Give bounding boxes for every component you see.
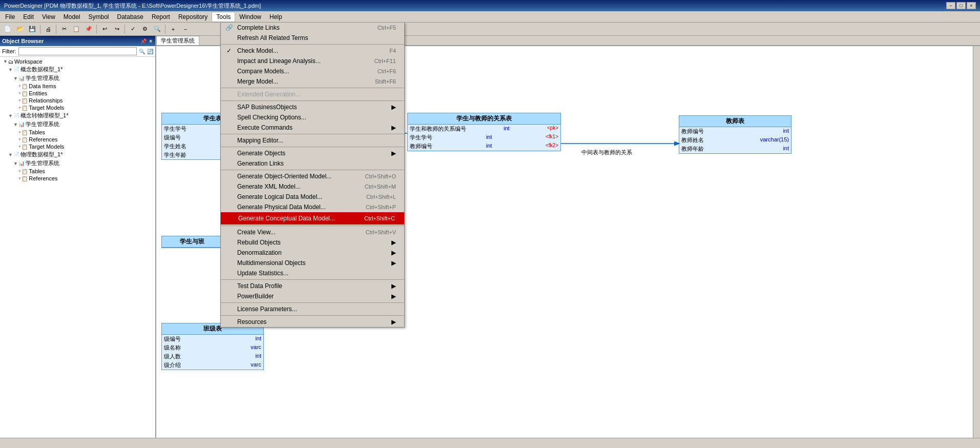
menu-mapping-editor[interactable]: Mapping Editor... bbox=[221, 135, 404, 146]
check-model-icon: ✓ bbox=[223, 47, 235, 54]
toolbar-cut[interactable]: ✂ bbox=[58, 24, 70, 35]
toolbar-new[interactable]: 📄 bbox=[2, 24, 13, 35]
menu-complete-links[interactable]: 🔗 Complete Links Ctrl+F5 bbox=[221, 23, 404, 33]
student-class-table[interactable]: 学生与班 bbox=[161, 236, 223, 248]
tree-concept-model[interactable]: ▼ 📄 概念数据模型_1* bbox=[1, 65, 154, 74]
menu-license-params[interactable]: License Parameters... bbox=[221, 304, 404, 314]
class-table[interactable]: 班级表 级编号int 级名称varc 级人数int 级介绍varc bbox=[161, 323, 264, 370]
toolbar-save[interactable]: 💾 bbox=[27, 24, 38, 35]
menu-multidim-objects[interactable]: Multidimensional Objects ▶ bbox=[221, 258, 404, 268]
toolbar-search[interactable]: 🔍 bbox=[152, 24, 163, 35]
menu-compare-models[interactable]: Compare Models... Ctrl+F6 bbox=[221, 66, 404, 76]
close-button[interactable]: × bbox=[967, 2, 976, 9]
tree-phys-references[interactable]: + 📋 References bbox=[1, 175, 154, 182]
menu-sap-bo[interactable]: SAP BusinessObjects ▶ bbox=[221, 102, 404, 112]
menu-file[interactable]: File bbox=[1, 12, 19, 22]
tree-phys-student-mgmt[interactable]: ▼ 📊 学生管理系统 bbox=[1, 159, 154, 168]
tools-menu: 🔗 Complete Links Ctrl+F5 Refresh All Rel… bbox=[220, 23, 405, 328]
titlebar: PowerDesigner [PDM 物理数据模型_1, 学生管理系统 - E:… bbox=[0, 0, 980, 11]
menu-model[interactable]: Model bbox=[59, 12, 85, 22]
object-browser: Object Browser 📌 × Filter: 🔍 🔄 ▼ 🗂 Works… bbox=[0, 36, 156, 438]
menu-database[interactable]: Database bbox=[113, 12, 148, 22]
menu-tools[interactable]: Tools bbox=[212, 12, 235, 22]
menu-gen-xml-model[interactable]: Generate XML Model... Ctrl+Shift+M bbox=[221, 181, 404, 192]
menu-refresh-terms[interactable]: Refresh All Related Terms bbox=[221, 33, 404, 43]
toolbar-sep3 bbox=[96, 25, 97, 34]
sep7 bbox=[221, 226, 404, 226]
toolbar-open[interactable]: 📂 bbox=[14, 24, 26, 35]
ob-filter-input[interactable] bbox=[18, 47, 137, 55]
menu-execute-commands[interactable]: Execute Commands ▶ bbox=[221, 123, 404, 133]
tree-target-models-1[interactable]: + 📋 Target Models bbox=[1, 104, 154, 111]
menu-create-view[interactable]: Create View... Ctrl+Shift+V bbox=[221, 227, 404, 237]
minimize-button[interactable]: − bbox=[946, 2, 955, 9]
tree-phys-model[interactable]: ▼ 📄 物理数据模型_1* bbox=[1, 150, 154, 159]
toolbar-copy[interactable]: 📋 bbox=[71, 24, 82, 35]
menu-check-model[interactable]: ✓ Check Model... F4 bbox=[221, 46, 404, 56]
toolbar-print[interactable]: 🖨 bbox=[43, 24, 54, 35]
maximize-button[interactable]: □ bbox=[956, 2, 966, 9]
menu-gen-conceptual[interactable]: Generate Conceptual Data Model... Ctrl+S… bbox=[221, 212, 404, 225]
toolbar-check[interactable]: ✓ bbox=[127, 24, 138, 35]
tree-c2p-student-mgmt[interactable]: ▼ 📊 学生管理系统 bbox=[1, 120, 154, 129]
ob-filter-clear[interactable]: 🔍 bbox=[139, 49, 145, 54]
toolbar-gen[interactable]: ⚙ bbox=[139, 24, 151, 35]
teacher-table[interactable]: 教师表 教师编号int 教师姓名varchar(15) 教师年龄int bbox=[679, 115, 791, 154]
menu-edit[interactable]: Edit bbox=[19, 12, 38, 22]
menu-impact-lineage[interactable]: Impact and Lineage Analysis... Ctrl+F11 bbox=[221, 56, 404, 66]
tree-phys-tables[interactable]: + 📋 Tables bbox=[1, 168, 154, 175]
canvas-tab-student-mgmt[interactable]: 学生管理系统 bbox=[156, 36, 199, 45]
toolbar-sep1 bbox=[40, 25, 40, 34]
canvas-scrollbar-v[interactable] bbox=[973, 46, 980, 438]
sep9 bbox=[221, 302, 404, 303]
menu-denormalization[interactable]: Denormalization ▶ bbox=[221, 248, 404, 258]
toolbar-redo[interactable]: ↪ bbox=[111, 24, 122, 35]
menu-help[interactable]: Help bbox=[265, 12, 286, 22]
menu-spell-check[interactable]: Spell Checking Options... bbox=[221, 112, 404, 123]
teacher-table-row-2: 教师姓名varchar(15) bbox=[679, 136, 791, 145]
menu-merge-model[interactable]: Merge Model... Shift+F6 bbox=[221, 76, 404, 87]
tree-concept-student-mgmt[interactable]: ▼ 📊 学生管理系统 bbox=[1, 74, 154, 83]
ob-filter-refresh[interactable]: 🔄 bbox=[147, 49, 153, 54]
powerbuilder-arrow: ▶ bbox=[387, 293, 396, 300]
menu-rebuild-objects[interactable]: Rebuild Objects ▶ bbox=[221, 237, 404, 248]
tree-c2p-tables[interactable]: + 📋 Tables bbox=[1, 129, 154, 136]
title-text: PowerDesigner [PDM 物理数据模型_1, 学生管理系统 - E:… bbox=[4, 2, 261, 10]
test-data-arrow: ▶ bbox=[387, 282, 396, 290]
menu-symbol[interactable]: Symbol bbox=[85, 12, 113, 22]
menu-view[interactable]: View bbox=[38, 12, 59, 22]
menu-gen-oo-model[interactable]: Generate Object-Oriented Model... Ctrl+S… bbox=[221, 171, 404, 181]
menu-window[interactable]: Window bbox=[235, 12, 265, 22]
tree-entities[interactable]: + 📋 Entities bbox=[1, 90, 154, 97]
menu-report[interactable]: Report bbox=[148, 12, 174, 22]
menu-gen-physical[interactable]: Generate Physical Data Model... Ctrl+Shi… bbox=[221, 202, 404, 212]
tree-data-items[interactable]: + 📋 Data Items bbox=[1, 83, 154, 90]
tree-workspace[interactable]: ▼ 🗂 Workspace bbox=[1, 58, 154, 65]
menu-update-stats[interactable]: Update Statistics... bbox=[221, 268, 404, 278]
tree-relationships[interactable]: + 📋 Relationships bbox=[1, 97, 154, 104]
menu-generation-links[interactable]: Generation Links bbox=[221, 158, 404, 169]
relation-table[interactable]: 学生与教师的关系表 学生和教师的关系编号 int <pk> 学生学号 int <… bbox=[407, 113, 561, 151]
menu-powerbuilder[interactable]: PowerBuilder ▶ bbox=[221, 291, 404, 301]
ob-close-btn[interactable]: × bbox=[148, 38, 153, 44]
toolbar-zoom-in[interactable]: + bbox=[168, 24, 179, 35]
menu-extended-gen[interactable]: Extended Generation... bbox=[221, 89, 404, 99]
toolbar-sep4 bbox=[124, 25, 125, 34]
ob-pin-btn[interactable]: 📌 bbox=[139, 38, 148, 44]
menubar: File Edit View Model Symbol Database Rep… bbox=[0, 11, 980, 23]
tree-c2p-target-models[interactable]: + 📋 Target Models bbox=[1, 143, 154, 150]
menu-generate-objects[interactable]: Generate Objects ▶ bbox=[221, 148, 404, 158]
sep4 bbox=[221, 134, 404, 134]
class-table-row-1: 级编号int bbox=[162, 335, 263, 343]
menu-test-data-profile[interactable]: Test Data Profile ▶ bbox=[221, 281, 404, 291]
exec-cmds-arrow: ▶ bbox=[387, 124, 396, 131]
tree-c2p-references[interactable]: + 📋 References bbox=[1, 136, 154, 143]
menu-resources[interactable]: Resources ▶ bbox=[221, 317, 404, 327]
ob-titlebar-btns: 📌 × bbox=[139, 38, 153, 44]
menu-gen-logical[interactable]: Generate Logical Data Model... Ctrl+Shif… bbox=[221, 192, 404, 202]
toolbar-undo[interactable]: ↩ bbox=[99, 24, 110, 35]
menu-repository[interactable]: Repository bbox=[174, 12, 212, 22]
toolbar-zoom-out[interactable]: − bbox=[180, 24, 191, 35]
toolbar-paste[interactable]: 📌 bbox=[83, 24, 94, 35]
tree-concept-to-phys[interactable]: ▼ 📄 概念转物理模型_1* bbox=[1, 111, 154, 120]
